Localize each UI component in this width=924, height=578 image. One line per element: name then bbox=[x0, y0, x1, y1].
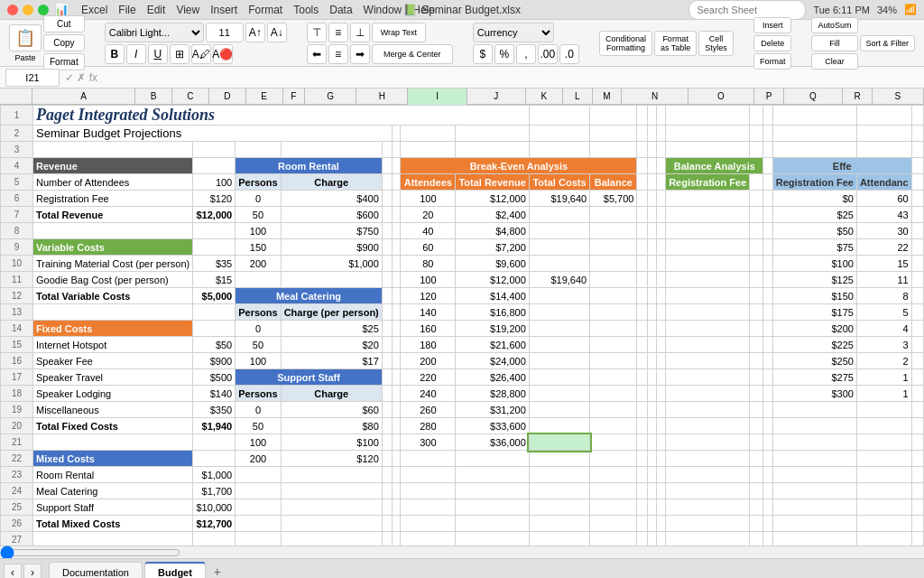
cell-f23[interactable] bbox=[393, 467, 401, 483]
menu-file[interactable]: File bbox=[118, 4, 135, 16]
cell-e5[interactable] bbox=[382, 174, 392, 191]
cell-d20[interactable]: $80 bbox=[281, 418, 382, 434]
cell-o12[interactable] bbox=[750, 288, 763, 304]
cell-j18[interactable] bbox=[590, 386, 637, 402]
cell-g2[interactable] bbox=[401, 126, 456, 142]
cell-b9[interactable] bbox=[193, 239, 236, 256]
cell-f16[interactable] bbox=[393, 353, 401, 369]
cell-p10[interactable] bbox=[763, 256, 772, 272]
cell-r25[interactable] bbox=[856, 499, 911, 516]
cell-f10[interactable] bbox=[393, 256, 401, 272]
align-middle-button[interactable]: ≡ bbox=[328, 23, 348, 42]
cell-f12[interactable] bbox=[393, 288, 401, 304]
cell-h22[interactable] bbox=[456, 451, 529, 467]
cell-p14[interactable] bbox=[763, 321, 772, 337]
cell-d21[interactable]: $100 bbox=[281, 434, 382, 451]
cell-i17[interactable] bbox=[529, 369, 589, 386]
cell-l17[interactable] bbox=[647, 369, 656, 386]
cell-k5[interactable] bbox=[637, 174, 647, 191]
cell-f4[interactable] bbox=[393, 158, 401, 174]
cell-b6[interactable]: $120 bbox=[193, 191, 236, 207]
cell-d22[interactable]: $120 bbox=[281, 451, 382, 467]
cell-d19[interactable]: $60 bbox=[281, 402, 382, 418]
cell-d14[interactable]: $25 bbox=[281, 321, 382, 337]
cell-k26[interactable] bbox=[637, 516, 647, 532]
cell-d24[interactable] bbox=[281, 483, 382, 499]
cell-s24[interactable] bbox=[911, 483, 923, 499]
cell-s19[interactable] bbox=[911, 402, 923, 418]
cell-p22[interactable] bbox=[763, 451, 772, 467]
cell-b25[interactable]: $10,000 bbox=[193, 499, 236, 516]
cell-n20[interactable] bbox=[666, 418, 750, 434]
cell-g19[interactable]: 260 bbox=[401, 402, 456, 418]
cell-e23[interactable] bbox=[382, 467, 392, 483]
cell-p26[interactable] bbox=[763, 516, 772, 532]
cell-j13[interactable] bbox=[590, 304, 637, 321]
cell-s16[interactable] bbox=[911, 353, 923, 369]
font-size-input[interactable] bbox=[206, 23, 244, 42]
cell-p11[interactable] bbox=[763, 272, 772, 288]
cell-g26[interactable] bbox=[401, 516, 456, 532]
cell-j17[interactable] bbox=[590, 369, 637, 386]
cell-l19[interactable] bbox=[647, 402, 656, 418]
cell-f11[interactable] bbox=[393, 272, 401, 288]
cell-a19[interactable]: Miscellaneous bbox=[33, 402, 193, 418]
cell-p27[interactable] bbox=[763, 532, 772, 546]
align-right-button[interactable]: ➡ bbox=[350, 44, 370, 64]
cell-a8[interactable] bbox=[33, 223, 193, 239]
cell-o14[interactable] bbox=[750, 321, 763, 337]
align-center-button[interactable]: ≡ bbox=[328, 44, 348, 64]
cell-q5[interactable]: Registration Fee bbox=[772, 174, 856, 191]
cell-p2[interactable] bbox=[763, 126, 772, 142]
align-bottom-button[interactable]: ⊥ bbox=[350, 23, 370, 42]
cell-q12[interactable]: $150 bbox=[772, 288, 856, 304]
cell-r3[interactable] bbox=[856, 142, 911, 158]
cell-c8[interactable]: 100 bbox=[236, 223, 281, 239]
cell-s25[interactable] bbox=[911, 499, 923, 516]
menu-insert[interactable]: Insert bbox=[210, 4, 237, 16]
cell-m21[interactable] bbox=[656, 434, 665, 451]
cell-b23[interactable]: $1,000 bbox=[193, 467, 236, 483]
cell-e15[interactable] bbox=[382, 337, 392, 353]
cell-a24[interactable]: Meal Catering bbox=[33, 483, 193, 499]
cell-i20[interactable] bbox=[529, 418, 589, 434]
cell-a12[interactable]: Total Variable Costs bbox=[33, 288, 193, 304]
cell-a6[interactable]: Registration Fee bbox=[33, 191, 193, 207]
cell-d16[interactable]: $17 bbox=[281, 353, 382, 369]
cell-i22[interactable] bbox=[529, 451, 589, 467]
cell-f21[interactable] bbox=[393, 434, 401, 451]
cell-r24[interactable] bbox=[856, 483, 911, 499]
cell-q19[interactable] bbox=[772, 402, 856, 418]
font-family-select[interactable]: Calibri Light... bbox=[105, 23, 204, 42]
cell-k15[interactable] bbox=[637, 337, 647, 353]
cell-s15[interactable] bbox=[911, 337, 923, 353]
cell-i8[interactable] bbox=[529, 223, 589, 239]
cell-e3[interactable] bbox=[382, 142, 392, 158]
cell-m24[interactable] bbox=[656, 483, 665, 499]
cell-p25[interactable] bbox=[763, 499, 772, 516]
cell-j8[interactable] bbox=[590, 223, 637, 239]
cell-i9[interactable] bbox=[529, 239, 589, 256]
cell-d3[interactable] bbox=[281, 142, 382, 158]
cell-p6[interactable] bbox=[763, 191, 772, 207]
cell-r1[interactable] bbox=[856, 106, 911, 126]
cell-n27[interactable] bbox=[666, 532, 750, 546]
cell-l12[interactable] bbox=[647, 288, 656, 304]
cell-l26[interactable] bbox=[647, 516, 656, 532]
cell-i27[interactable] bbox=[529, 532, 589, 546]
cell-o27[interactable] bbox=[750, 532, 763, 546]
cell-j15[interactable] bbox=[590, 337, 637, 353]
cell-h14[interactable]: $19,200 bbox=[456, 321, 529, 337]
cell-k24[interactable] bbox=[637, 483, 647, 499]
cell-a5[interactable]: Number of Attendees bbox=[33, 174, 193, 191]
cell-b26[interactable]: $12,700 bbox=[193, 516, 236, 532]
cell-d5[interactable]: Charge bbox=[281, 174, 382, 191]
cell-d6[interactable]: $400 bbox=[281, 191, 382, 207]
cell-k1[interactable] bbox=[637, 106, 647, 126]
cell-j27[interactable] bbox=[590, 532, 637, 546]
cell-h17[interactable]: $26,400 bbox=[456, 369, 529, 386]
cell-i3[interactable] bbox=[529, 142, 589, 158]
fill-button[interactable]: Fill bbox=[811, 35, 857, 51]
cell-s12[interactable] bbox=[911, 288, 923, 304]
cell-f6[interactable] bbox=[393, 191, 401, 207]
